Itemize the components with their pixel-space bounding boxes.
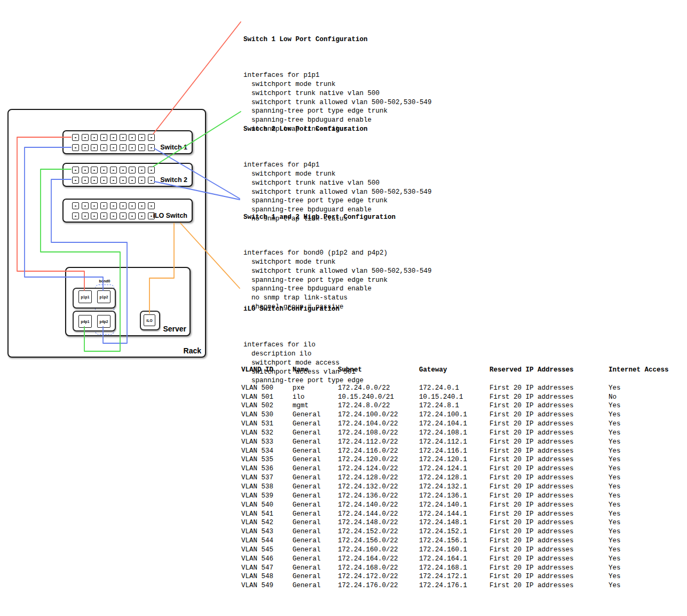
table-cell: General [293,581,321,590]
table-cell: 172.24.136.0/22 [338,492,398,501]
table-cell: Yes [609,564,621,573]
table-cell: VLAN 532 [241,429,273,438]
switch-port [138,177,145,184]
switch-port [148,144,155,151]
table-cell: General [293,447,321,456]
switch-port [100,167,107,173]
table-cell: VLAN 545 [241,546,273,555]
table-cell: 172.24.140.0/22 [338,501,398,510]
table-cell: VLAN 541 [241,510,273,519]
table-cell: Yes [609,483,621,492]
table-cell: 172.24.104.1 [419,420,467,429]
table-cell: VLAN 540 [241,501,273,510]
table-cell: 172.24.8.0/22 [338,401,390,410]
table-cell: 172.24.0.1 [419,384,459,393]
table-cell: 172.24.108.0/22 [338,429,398,438]
header-gateway: Gateway [419,366,447,375]
switch-port [129,177,136,184]
table-cell: VLAN 542 [241,518,273,527]
switch-port [129,212,136,219]
table-cell: VLAN 535 [241,455,273,464]
table-cell: 172.24.168.0/22 [338,564,398,573]
table-cell: 172.24.132.0/22 [338,483,398,492]
table-cell: Yes [609,527,621,536]
table-cell: Yes [609,401,621,410]
switch-port [91,144,98,151]
switch-port [100,202,107,209]
table-cell: First 20 IP addresses [489,518,574,527]
switch-port [110,212,117,219]
table-cell: 172.24.120.1 [419,455,467,464]
switch-port [120,134,127,141]
table-cell: VLAN 544 [241,536,273,546]
table-cell: 172.24.124.0/22 [338,464,398,473]
table-cell: Yes [609,518,621,527]
table-cell: 172.24.108.1 [419,429,467,438]
port-p1p2: p1p2 [97,290,110,303]
table-cell: 172.24.156.1 [419,536,467,546]
server-label: Server [163,325,186,333]
table-cell: General [293,410,321,420]
table-cell: First 20 IP addresses [489,420,574,429]
table-cell: Yes [609,420,621,429]
port-p4p1: p4p1 [78,315,92,328]
header-vland-id: VLAND ID [241,366,273,375]
table-cell: VLAN 536 [241,464,273,473]
table-cell: First 20 IP addresses [489,527,574,536]
table-cell: 172.24.160.0/22 [338,546,398,555]
table-cell: Yes [609,492,621,501]
table-cell: 172.24.144.1 [419,510,467,519]
table-cell: 172.24.100.0/22 [338,410,398,420]
table-cell: Yes [609,464,621,473]
rack-label: Rack [184,346,201,355]
switch-port [129,202,136,209]
table-cell: 172.24.104.0/22 [338,420,398,429]
header-subnet: Subnet [338,366,362,375]
switch-port [72,167,79,173]
header-internet-access: Internet Access [609,366,669,375]
switch-port [120,167,127,173]
switch-port [100,212,107,219]
switch-port [91,177,98,184]
switch-port [120,202,127,209]
table-cell: General [293,483,321,492]
table-cell: 172.24.152.0/22 [338,527,398,536]
table-cell: 172.24.160.1 [419,546,467,555]
table-cell: General [293,510,321,519]
table-cell: First 20 IP addresses [489,455,574,464]
switch-port [91,167,98,173]
table-cell: General [293,536,321,546]
switch-port [82,202,89,209]
table-cell: 172.24.172.0/22 [338,572,398,581]
port-ilo: iLO [144,314,155,326]
table-cell: First 20 IP addresses [489,492,574,501]
table-cell: 172.24.112.1 [419,438,467,447]
table-cell: General [293,572,321,581]
table-cell: 172.24.148.0/22 [338,518,398,527]
port-p1p1: p1p1 [78,290,92,303]
table-cell: Yes [609,455,621,464]
table-cell: Yes [609,510,621,519]
config-title: Switch 1 and 2 High Port Configuration [243,213,432,222]
table-cell: Yes [609,384,621,393]
table-cell: 10.15.240.0/21 [338,393,394,402]
table-cell: 172.24.148.1 [419,518,467,527]
switch-port [148,202,155,209]
table-cell: pxe [293,384,305,393]
table-cell: General [293,473,321,483]
table-cell: First 20 IP addresses [489,501,574,510]
table-cell: VLAN 530 [241,410,273,420]
switch-port [72,144,79,151]
table-cell: Yes [609,429,621,438]
switch-port [100,134,107,141]
switch-port [110,167,117,173]
switch-port [91,212,98,219]
table-cell: General [293,518,321,527]
switch-port [100,144,107,151]
config-title: iLO Switch Configuration [243,305,364,314]
config-title: Switch 1 Low Port Configuration [243,35,432,44]
switch-port [138,212,145,219]
table-cell: General [293,492,321,501]
table-cell: VLAN 548 [241,572,273,581]
table-cell: Yes [609,438,621,447]
